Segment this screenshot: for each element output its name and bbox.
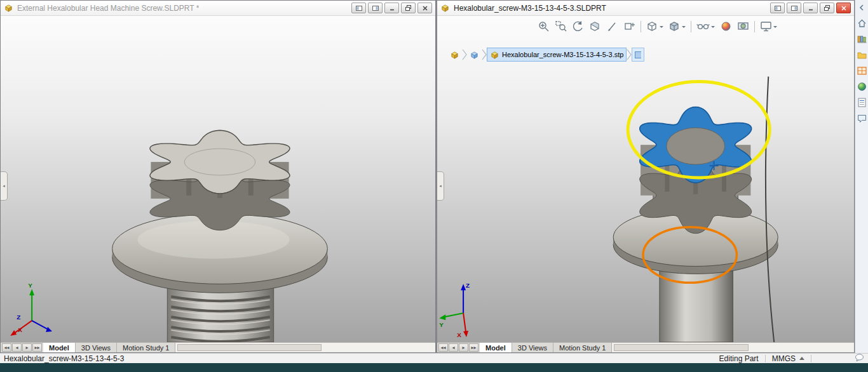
solid-body-icon xyxy=(470,50,479,60)
right-tab-strip: ◂◂ ◂ ▸ ▸▸ Model 3D Views Motion Study 1 xyxy=(437,342,854,352)
horizontal-scrollbar[interactable] xyxy=(175,343,435,352)
triad-y-label: Y xyxy=(439,321,444,328)
dropdown-arrow-icon[interactable] xyxy=(682,26,686,30)
left-3d-model-screw[interactable]: Y X Z xyxy=(1,16,435,342)
right-graphics-area[interactable]: Z Y X xyxy=(437,16,854,342)
solidworks-resources-icon[interactable] xyxy=(857,18,867,29)
expand-pane-icon[interactable] xyxy=(857,2,867,13)
scrollbar-thumb[interactable] xyxy=(177,344,322,351)
first-tab-button[interactable]: ◂◂ xyxy=(2,343,11,352)
heads-up-view-toolbar xyxy=(538,20,777,32)
design-library-icon[interactable] xyxy=(857,34,867,44)
view-settings-icon[interactable] xyxy=(760,20,777,32)
left-titlebar[interactable]: External Hexalobular Head Machine Screw.… xyxy=(1,1,435,16)
view-selector-icon[interactable] xyxy=(623,20,635,32)
tab-3d-views[interactable]: 3D Views xyxy=(512,343,553,352)
appearances-scenes-icon[interactable] xyxy=(857,81,867,92)
left-tab-strip: ◂◂ ◂ ▸ ▸▸ Model 3D Views Motion Study 1 xyxy=(1,342,435,352)
first-tab-button[interactable]: ◂◂ xyxy=(438,343,448,352)
solidworks-app: External Hexalobular Head Machine Screw.… xyxy=(0,0,868,372)
forum-icon[interactable] xyxy=(857,113,867,124)
tab-motion-study-1[interactable]: Motion Study 1 xyxy=(553,343,612,352)
close-button[interactable] xyxy=(836,3,851,13)
previous-window-button[interactable] xyxy=(770,3,785,13)
breadcrumb-file-chip[interactable]: Hexalobular_screw-M3-15-13-4-5-3.stp xyxy=(487,48,627,62)
status-separator xyxy=(811,355,811,362)
tab-model[interactable]: Model xyxy=(43,343,76,352)
solidworks-part-icon xyxy=(440,3,450,13)
right-titlebar[interactable]: Hexalobular_screw-M3-15-13-4-5-3.SLDPRT xyxy=(437,1,854,16)
chevron-right-icon xyxy=(482,48,487,62)
triad-z-label: Z xyxy=(466,282,470,289)
chevron-left-icon: ◂ xyxy=(439,183,442,189)
triad-x-label: X xyxy=(18,326,22,333)
toolbar-separator xyxy=(754,21,755,32)
status-editing-mode: Editing Part xyxy=(719,354,759,363)
zoom-to-fit-icon[interactable] xyxy=(538,20,550,32)
apply-scene-icon[interactable] xyxy=(737,20,749,32)
feature-manager-collapse-tab[interactable]: ◂ xyxy=(1,171,8,201)
dropdown-arrow-icon[interactable] xyxy=(660,26,663,30)
prev-tab-button[interactable]: ◂ xyxy=(449,343,458,352)
right-window-title: Hexalobular_screw-M3-15-13-4-5-3.SLDPRT xyxy=(454,4,606,13)
section-view-icon[interactable] xyxy=(589,20,601,32)
edit-appearance-icon[interactable] xyxy=(720,20,732,32)
tab-nav-buttons: ◂◂ ◂ ▸ ▸▸ xyxy=(437,343,480,352)
previous-window-button[interactable] xyxy=(351,3,366,13)
file-explorer-icon[interactable] xyxy=(857,50,867,60)
next-window-button[interactable] xyxy=(368,3,383,13)
tab-model[interactable]: Model xyxy=(480,343,512,352)
triad-y-label: Y xyxy=(28,282,32,289)
sketch-annotation-icon[interactable] xyxy=(606,20,618,32)
part-icon xyxy=(450,50,459,60)
next-tab-button[interactable]: ▸ xyxy=(22,343,32,352)
breadcrumb-part-chip[interactable] xyxy=(447,48,462,62)
document-window-left: External Hexalobular Head Machine Screw.… xyxy=(0,0,436,353)
horizontal-scrollbar[interactable] xyxy=(612,343,854,352)
scrollbar-thumb[interactable] xyxy=(614,344,748,351)
triad-z-label: Z xyxy=(17,314,20,321)
hide-show-items-icon[interactable] xyxy=(696,20,715,32)
tab-nav-buttons: ◂◂ ◂ ▸ ▸▸ xyxy=(1,343,43,352)
units-dropdown-icon[interactable] xyxy=(799,354,804,360)
toolbar-separator xyxy=(691,21,691,32)
close-button[interactable] xyxy=(417,3,432,13)
prev-tab-button[interactable]: ◂ xyxy=(12,343,22,352)
toolbar-separator xyxy=(641,21,641,32)
selection-breadcrumb: Hexalobular_screw-M3-15-13-4-5-3.stp xyxy=(447,48,644,62)
chevron-right-icon xyxy=(462,48,467,62)
right-window-buttons xyxy=(770,3,851,13)
status-bar: Hexalobular_screw-M3-15-13-4-5-3 Editing… xyxy=(0,353,868,363)
right-3d-model-screw[interactable]: Z Y X xyxy=(437,16,854,342)
dropdown-arrow-icon[interactable] xyxy=(711,26,715,30)
view-palette-icon[interactable] xyxy=(857,65,867,76)
breadcrumb-file-label: Hexalobular_screw-M3-15-13-4-5-3.stp xyxy=(502,51,623,58)
previous-view-icon[interactable] xyxy=(572,20,584,32)
breadcrumb-face-chip[interactable] xyxy=(632,48,644,62)
minimize-button[interactable] xyxy=(803,3,818,13)
left-graphics-area[interactable]: Y X Z ◂ xyxy=(1,16,435,342)
hexalobular-head[interactable] xyxy=(150,130,290,230)
custom-properties-icon[interactable] xyxy=(857,97,867,108)
next-window-button[interactable] xyxy=(787,3,801,13)
restore-button[interactable] xyxy=(820,3,834,13)
tab-motion-study-1[interactable]: Motion Study 1 xyxy=(117,343,175,352)
dropdown-arrow-icon[interactable] xyxy=(773,26,777,30)
head-center-face[interactable] xyxy=(667,128,725,164)
document-window-right: Hexalobular_screw-M3-15-13-4-5-3.SLDPRT xyxy=(437,0,855,353)
restore-button[interactable] xyxy=(401,3,416,13)
last-tab-button[interactable]: ▸▸ xyxy=(32,343,42,352)
last-tab-button[interactable]: ▸▸ xyxy=(469,343,478,352)
minimize-button[interactable] xyxy=(384,3,399,13)
status-separator xyxy=(765,355,766,362)
view-orientation-icon[interactable] xyxy=(646,20,663,32)
task-pane xyxy=(855,0,868,353)
feature-manager-collapse-tab[interactable]: ◂ xyxy=(437,171,444,201)
status-units[interactable]: MMGS xyxy=(772,354,796,363)
next-tab-button[interactable]: ▸ xyxy=(459,343,468,352)
comments-balloon-icon[interactable] xyxy=(855,354,864,364)
zoom-to-area-icon[interactable] xyxy=(555,20,567,32)
breadcrumb-body-chip[interactable] xyxy=(467,48,482,62)
display-style-icon[interactable] xyxy=(668,20,686,32)
tab-3d-views[interactable]: 3D Views xyxy=(76,343,117,352)
